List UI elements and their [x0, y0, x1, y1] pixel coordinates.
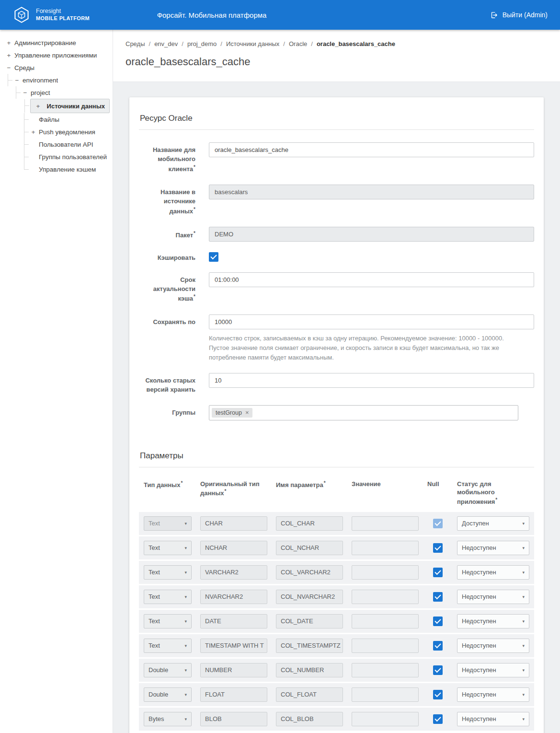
- required-mark: *: [194, 164, 195, 170]
- required-mark: *: [194, 294, 195, 299]
- expand-icon[interactable]: +: [35, 103, 41, 110]
- null-checkbox[interactable]: [433, 543, 443, 553]
- null-checkbox[interactable]: [433, 714, 443, 724]
- value-input[interactable]: [352, 663, 419, 677]
- expand-icon[interactable]: +: [6, 52, 12, 59]
- null-checkbox[interactable]: [433, 617, 443, 626]
- chevron-down-icon: ▾: [522, 692, 525, 697]
- selected-option: Недоступен: [462, 666, 496, 674]
- groups-input[interactable]: testGroup ×: [209, 405, 518, 420]
- status-select[interactable]: Недоступен▾: [457, 541, 529, 555]
- field-save-by: Сохранять по Количество строк, записывае…: [139, 314, 534, 362]
- field-label-text: Название для мобильного клиента: [153, 146, 195, 173]
- cache-ttl-input[interactable]: [209, 272, 534, 287]
- collapse-icon[interactable]: −: [6, 64, 12, 71]
- null-cell: [427, 714, 448, 724]
- selected-option: Text: [149, 569, 160, 576]
- logout-button[interactable]: Выйти (Admin): [490, 11, 548, 19]
- status-select[interactable]: Недоступен▾: [457, 663, 529, 677]
- status-select[interactable]: Доступен▾: [457, 516, 529, 531]
- selected-option: Доступен: [462, 520, 489, 527]
- value-input[interactable]: [352, 565, 419, 580]
- cache-checkbox[interactable]: [209, 252, 218, 262]
- page-title: oracle_basescalars_cache: [126, 56, 548, 68]
- status-select[interactable]: Недоступен▾: [457, 687, 529, 702]
- type-select[interactable]: Double▾: [144, 663, 192, 677]
- type-select[interactable]: Text▾: [144, 590, 192, 604]
- status-select[interactable]: Недоступен▾: [457, 639, 529, 653]
- type-select[interactable]: Double▾: [144, 687, 192, 702]
- status-select[interactable]: Недоступен▾: [457, 614, 529, 628]
- null-cell: [427, 690, 448, 699]
- value-input[interactable]: [352, 712, 419, 726]
- selected-option: Double: [149, 691, 168, 698]
- selected-option: Недоступен: [462, 715, 496, 722]
- sidebar-item-environment[interactable]: − environment: [14, 74, 110, 86]
- type-select[interactable]: Bytes▾: [144, 712, 192, 726]
- sidebar-item-user-groups[interactable]: Группы пользователей: [30, 151, 110, 163]
- collapse-icon[interactable]: −: [22, 89, 28, 96]
- sidebar-item-label: Среды: [14, 64, 34, 71]
- chip-remove-icon[interactable]: ×: [245, 409, 249, 416]
- sidebar-item-cache-management[interactable]: Управление кэшем: [30, 163, 110, 175]
- logout-icon: [490, 11, 498, 19]
- original-type-input: NVARCHAR2: [200, 590, 267, 604]
- param-row: Double▾NUMBERCOL_NUMBERНедоступен▾: [139, 659, 534, 682]
- value-input[interactable]: [352, 590, 419, 604]
- breadcrumb-item: oracle_basescalars_cache: [317, 40, 395, 47]
- value-input[interactable]: [352, 541, 419, 555]
- value-input[interactable]: [352, 639, 419, 653]
- sidebar-item-files[interactable]: Файлы: [30, 113, 110, 126]
- collapse-icon[interactable]: −: [14, 77, 20, 84]
- sidebar-item-app-management[interactable]: + Управление приложениями: [6, 49, 110, 61]
- expand-icon[interactable]: +: [6, 39, 12, 47]
- mobile-name-input[interactable]: [209, 142, 534, 157]
- null-checkbox[interactable]: [433, 665, 443, 675]
- value-input[interactable]: [352, 516, 419, 531]
- sidebar-item-label: Администрирование: [14, 39, 76, 47]
- breadcrumb-item[interactable]: Источники данных: [226, 40, 279, 47]
- status-select[interactable]: Недоступен▾: [457, 590, 529, 604]
- type-select[interactable]: Text▾: [144, 516, 192, 531]
- main-content: Среды/env_dev/proj_demo/Источники данных…: [113, 30, 560, 733]
- breadcrumb-item[interactable]: env_dev: [154, 40, 178, 47]
- sidebar-item-label: Группы пользователей: [39, 153, 107, 161]
- sidebar-item-push-notifications[interactable]: + Push уведомления: [30, 126, 110, 138]
- status-select[interactable]: Недоступен▾: [457, 712, 529, 726]
- sidebar-item-environments[interactable]: − Среды: [6, 61, 110, 74]
- type-select[interactable]: Text▾: [144, 541, 192, 555]
- sidebar: + Администрирование + Управление приложе…: [0, 30, 113, 733]
- params-rows: Text▾CHARCOL_CHARДоступен▾Text▾NCHARCOL_…: [139, 512, 534, 731]
- breadcrumb-separator: /: [283, 40, 285, 47]
- save-by-input[interactable]: [209, 314, 534, 329]
- expand-icon[interactable]: +: [30, 128, 36, 136]
- required-mark: *: [324, 480, 326, 486]
- chevron-down-icon: ▾: [184, 594, 187, 599]
- type-select[interactable]: Text▾: [144, 614, 192, 628]
- param-row: Text▾VARCHAR2COL_VARCHAR2Недоступен▾: [139, 561, 534, 584]
- column-header-label: Статус для мобильного приложения: [457, 480, 495, 505]
- null-checkbox[interactable]: [433, 641, 443, 651]
- breadcrumb-item[interactable]: Среды: [126, 40, 145, 47]
- param-name-input: COL_CHAR: [276, 516, 343, 531]
- sidebar-item-api-users[interactable]: Пользователи API: [30, 138, 110, 151]
- old-versions-input[interactable]: [209, 373, 534, 388]
- null-checkbox[interactable]: [433, 592, 443, 602]
- null-checkbox[interactable]: [433, 568, 443, 577]
- value-input[interactable]: [352, 687, 419, 702]
- sidebar-item-project[interactable]: − project: [22, 86, 110, 99]
- null-checkbox[interactable]: [433, 690, 443, 699]
- selected-option: Text: [149, 520, 160, 527]
- breadcrumb-item[interactable]: proj_demo: [187, 40, 217, 47]
- field-label: Срок актуальности кэша*: [139, 272, 195, 304]
- sidebar-item-data-sources[interactable]: + Источники данных: [30, 99, 110, 113]
- type-select[interactable]: Text▾: [144, 565, 192, 580]
- null-checkbox[interactable]: [433, 519, 443, 528]
- field-label: Сколько старых версий хранить: [139, 373, 195, 395]
- sidebar-item-administration[interactable]: + Администрирование: [6, 36, 110, 49]
- field-label-text: Сколько старых версий хранить: [145, 377, 195, 393]
- status-select[interactable]: Недоступен▾: [457, 565, 529, 580]
- type-select[interactable]: Text▾: [144, 639, 192, 653]
- breadcrumb-item[interactable]: Oracle: [289, 40, 307, 47]
- value-input[interactable]: [352, 614, 419, 628]
